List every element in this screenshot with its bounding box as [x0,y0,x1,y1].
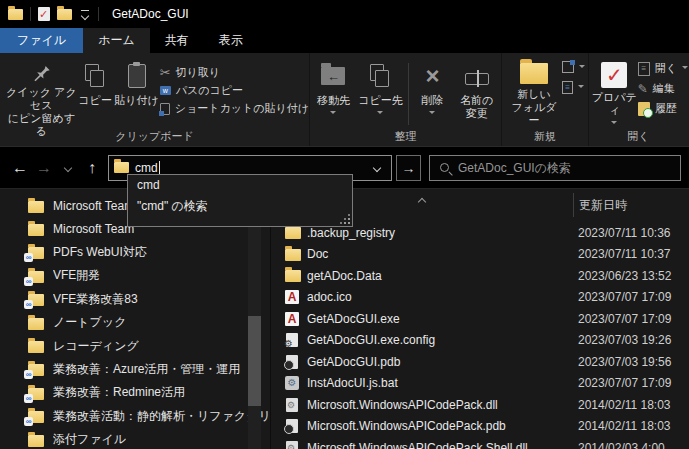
tab-share[interactable]: 共有 [150,28,204,53]
folder-link-icon [28,388,44,400]
easy-access-button[interactable]: ≡ [562,81,585,94]
qat-customize-button[interactable] [79,10,91,19]
folder-link-icon [28,271,44,283]
search-box[interactable] [429,155,681,181]
tab-home[interactable]: ホーム [83,28,150,53]
open-small-buttons: ≡ 開く ✎ 編集 履歴 [638,61,688,116]
ribbon-group-organize: ← 移動先 コピー先 × 削除 名前の 変更 整理 [310,53,502,146]
group-label-new: 新規 [502,129,588,144]
history-icon [638,102,650,116]
navigation-pane: Microsoft Team Microsoft Team PDFs WebUI… [0,190,270,449]
recent-locations-button[interactable] [56,165,80,171]
ico-file-icon [285,290,299,304]
chevron-down-icon [578,85,584,91]
edit-icon: ✎ [638,82,648,96]
folder-link-icon [28,247,44,259]
rename-icon [465,73,489,85]
delete-button[interactable]: × 削除 [413,57,452,127]
new-folder-icon [520,63,548,84]
group-label-open: 開く [589,129,688,144]
text-cursor [159,161,160,175]
new-small-buttons: ≡ [562,61,585,94]
folder-icon [28,318,44,330]
autocomplete-item[interactable]: cmd [128,175,352,195]
pin-icon [30,61,52,83]
file-row[interactable]: GetADocGUI.exe.config 2023/07/03 19:26 [271,330,689,352]
address-input-text[interactable]: cmd [135,161,158,175]
column-header-date-modified[interactable]: 更新日時 [579,197,627,214]
open-button[interactable]: ≡ 開く [638,61,688,76]
config-file-icon [286,333,298,347]
qat-properties-icon[interactable] [38,7,50,21]
copy-to-icon [370,64,390,88]
new-item-button[interactable] [562,61,585,73]
back-button[interactable]: ← [8,159,32,177]
ribbon-group-clipboard: クイック アクセス にピン留めする コピー 貼り付け ✂ 切り取り w パスのコ… [0,53,310,146]
sidebar-item[interactable]: PDFs WebUI対応 [0,241,270,264]
folder-icon [285,227,301,239]
tab-file[interactable]: ファイル [0,28,83,53]
move-to-button[interactable]: ← 移動先 [310,57,357,127]
chevron-down-icon [429,111,435,117]
paste-shortcut-icon [160,103,170,115]
up-button[interactable]: ↑ [80,159,104,177]
sidebar-item[interactable]: ノートブック [0,311,270,334]
sidebar-item[interactable]: VFE業務改善83 [0,288,270,311]
cut-button[interactable]: ✂ 切り取り [160,65,309,80]
edit-button[interactable]: ✎ 編集 [638,81,688,96]
rename-button[interactable]: 名前の 変更 [452,57,501,127]
paste-button[interactable]: 貼り付け [114,57,160,127]
folder-icon [28,435,44,447]
sidebar-item[interactable]: 業務改善活動：静的解析・リファクタリン [0,405,270,428]
file-row[interactable]: GetADocGUI.pdb 2023/07/03 19:56 [271,351,689,373]
window-title: GetADoc_GUI [112,7,189,21]
history-button[interactable]: 履歴 [638,101,688,116]
file-row[interactable]: GetADocGUI.exe 2023/07/07 17:09 [271,308,689,330]
ribbon-group-new: 新しい フォルダー ≡ 新規 [502,53,589,146]
file-row[interactable]: getADoc.Data 2023/06/23 13:52 [271,265,689,287]
ribbon: クイック アクセス にピン留めする コピー 貼り付け ✂ 切り取り w パスのコ… [0,53,689,147]
easy-access-icon: ≡ [562,81,573,94]
app-folder-icon [8,9,23,20]
pin-to-quick-access-button[interactable]: クイック アクセス にピン留めする [6,57,77,127]
bat-file-icon [285,376,299,390]
properties-button[interactable]: ✓ プロパティ [591,57,638,127]
resize-grip[interactable] [341,215,350,224]
group-label-clipboard: クリップボード [0,129,309,144]
autocomplete-search-item[interactable]: "cmd" の検索 [128,195,352,218]
column-separator[interactable] [573,193,574,217]
search-input[interactable] [458,161,680,175]
address-dropdown-button[interactable] [363,156,391,180]
forward-button[interactable]: → [32,159,56,177]
sidebar-item[interactable]: 業務改善：Azure活用・管理・運用 [0,358,270,381]
folder-icon [285,270,301,282]
copy-button[interactable]: コピー [77,57,114,127]
new-folder-button[interactable]: 新しい フォルダー [506,57,562,127]
copy-to-button[interactable]: コピー先 [357,57,404,127]
file-row[interactable]: Microsoft.WindowsAPICodePack.dll 2014/02… [271,394,689,416]
file-row[interactable]: InstAdocUI.js.bat 2023/07/07 17:09 [271,373,689,395]
sidebar-item[interactable]: 業務改善：Redmine活用 [0,381,270,404]
tab-view[interactable]: 表示 [204,28,258,53]
folder-icon [28,201,44,213]
new-item-icon [562,61,574,73]
copy-path-button[interactable]: w パスのコピー [160,83,309,98]
dll-file-icon [286,441,298,449]
paste-shortcut-button[interactable]: ショートカットの貼り付け [160,101,309,116]
file-list-pane: 更新日時 .backup_registry 2023/07/11 10:36 D… [270,190,689,449]
pdb-file-icon [286,419,298,433]
exe-file-icon [285,312,299,326]
qat-folder-icon[interactable] [57,9,72,20]
file-row[interactable]: Doc 2023/07/11 10:37 [271,244,689,266]
go-to-button[interactable]: → [396,155,421,181]
sidebar-item[interactable]: VFE開発 [0,264,270,287]
chevron-down-icon [682,66,688,72]
file-row[interactable]: Microsoft.WindowsAPICodePack.Shell.dll 2… [271,437,689,449]
file-row[interactable]: Microsoft.WindowsAPICodePack.pdb 2014/02… [271,416,689,438]
separator [98,7,99,21]
sidebar-item[interactable]: レコーディング [0,334,270,357]
sidebar-item[interactable]: 添付ファイル [0,428,270,449]
file-row[interactable]: adoc.ico 2023/07/07 17:09 [271,287,689,309]
clipboard-small-buttons: ✂ 切り取り w パスのコピー ショートカットの貼り付け [160,65,309,116]
sidebar-scrollbar-thumb[interactable] [248,316,261,406]
